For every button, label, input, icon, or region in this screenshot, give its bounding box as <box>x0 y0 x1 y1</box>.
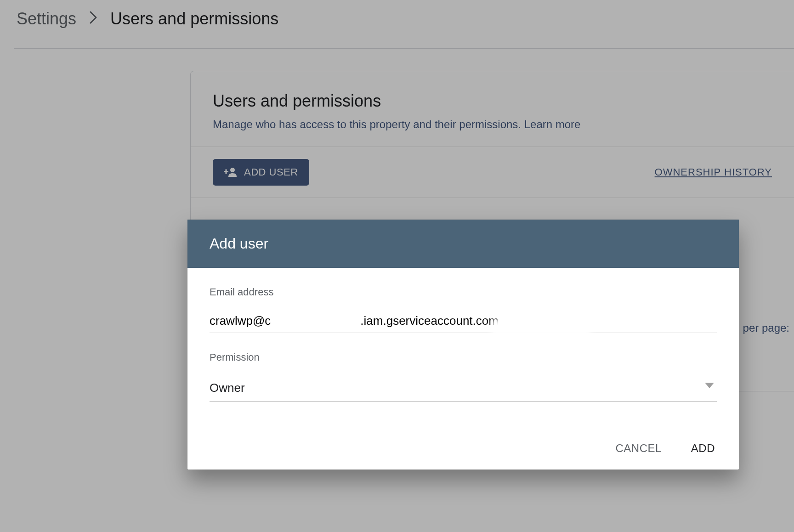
email-field-group: Email address <box>210 286 717 333</box>
chevron-right-icon <box>89 9 97 28</box>
learn-more-link[interactable]: Learn more <box>524 118 581 130</box>
permission-select-wrap: Owner <box>210 376 717 402</box>
dialog-actions: CANCEL ADD <box>187 427 739 470</box>
add-user-dialog: Add user Email address Permission Owner <box>187 220 739 470</box>
add-user-button-label: ADD USER <box>244 166 298 178</box>
breadcrumb: Settings Users and permissions <box>0 0 794 38</box>
add-user-button[interactable]: ADD USER <box>213 159 309 186</box>
rows-per-page-label: per page: <box>743 322 789 334</box>
settings-users-page: Settings Users and permissions Users and… <box>0 0 794 532</box>
dialog-title: Add user <box>187 220 739 268</box>
card-subtitle: Manage who has access to this property a… <box>213 118 772 131</box>
breadcrumb-root[interactable]: Settings <box>17 9 76 28</box>
card-title: Users and permissions <box>213 91 772 111</box>
permission-field-group: Permission Owner <box>210 351 717 402</box>
person-add-icon <box>224 167 238 178</box>
email-field[interactable] <box>210 311 717 333</box>
card-actions: ADD USER OWNERSHIP HISTORY <box>191 147 794 198</box>
svg-rect-2 <box>226 170 227 174</box>
card-subtitle-text: Manage who has access to this property a… <box>213 118 521 130</box>
dialog-body: Email address Permission Owner <box>187 268 739 427</box>
email-input-wrap <box>210 311 717 333</box>
breadcrumb-current: Users and permissions <box>110 9 278 28</box>
svg-point-0 <box>230 168 235 172</box>
permission-label: Permission <box>210 351 717 363</box>
email-label: Email address <box>210 286 717 298</box>
add-button[interactable]: ADD <box>686 438 720 458</box>
cancel-button[interactable]: CANCEL <box>610 438 667 458</box>
header-divider <box>14 48 794 49</box>
permission-select[interactable]: Owner <box>210 376 717 402</box>
card-header: Users and permissions Manage who has acc… <box>191 71 794 147</box>
redacted-email-segment <box>492 319 590 337</box>
ownership-history-link[interactable]: OWNERSHIP HISTORY <box>655 166 772 178</box>
